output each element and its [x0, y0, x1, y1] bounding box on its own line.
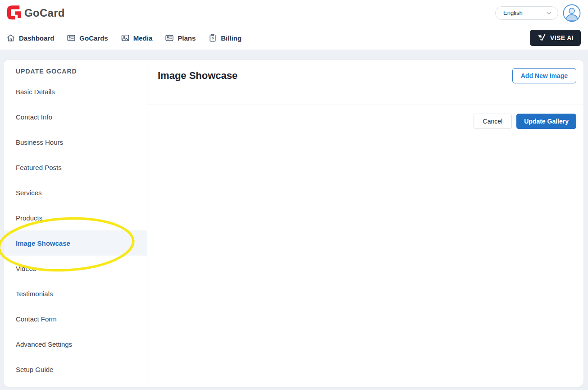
sidebar-item-contact-info[interactable]: Contact Info: [4, 104, 147, 129]
main-navbar: Dashboard GoCards Media Plans: [0, 26, 588, 50]
nav-label: Plans: [178, 34, 196, 42]
page-title: Image Showcase: [158, 70, 237, 82]
sidebar-item-setup-guide[interactable]: Setup Guide: [4, 357, 147, 382]
nav-item-media[interactable]: Media: [121, 33, 153, 42]
main-header: Image Showcase Add New Image: [147, 60, 583, 105]
chevron-down-icon: [545, 9, 552, 17]
nav-item-gocards[interactable]: GoCards: [67, 33, 108, 42]
image-icon: [121, 33, 130, 42]
svg-text:$: $: [212, 36, 214, 40]
update-gallery-button[interactable]: Update Gallery: [516, 114, 576, 129]
content-card: UPDATE GOCARD Basic Details Contact Info…: [4, 60, 583, 387]
sidebar-item-services[interactable]: Services: [4, 180, 147, 205]
nav-label: Dashboard: [19, 34, 54, 42]
nav-item-billing[interactable]: $ Billing: [208, 33, 242, 42]
update-gocard-sidebar: UPDATE GOCARD Basic Details Contact Info…: [4, 60, 147, 387]
top-header: GoCard English: [0, 0, 588, 26]
sidebar-heading: UPDATE GOCARD: [4, 66, 147, 76]
sidebar-item-image-showcase[interactable]: Image Showcase: [4, 230, 147, 256]
main-pane: Image Showcase Add New Image Cancel Upda…: [147, 60, 583, 387]
user-avatar-icon[interactable]: [563, 4, 581, 22]
gocard-logo-icon: [6, 4, 22, 22]
nav-label: Media: [133, 34, 153, 42]
id-card-icon: [67, 33, 76, 42]
nav-item-plans[interactable]: Plans: [165, 33, 196, 42]
vise-v-logo-icon: [537, 33, 546, 43]
add-new-image-button[interactable]: Add New Image: [512, 68, 576, 83]
home-icon: [6, 33, 15, 42]
sidebar-item-basic-details[interactable]: Basic Details: [4, 79, 147, 104]
gocard-logo[interactable]: GoCard: [6, 4, 65, 22]
language-value: English: [503, 9, 523, 16]
sidebar-item-contact-form[interactable]: Contact Form: [4, 306, 147, 331]
vise-ai-label: VISE AI: [550, 34, 574, 41]
nav-label: GoCards: [79, 34, 108, 42]
language-select[interactable]: English: [495, 6, 558, 20]
sidebar-item-featured-posts[interactable]: Featured Posts: [4, 155, 147, 180]
nav-label: Billing: [221, 34, 242, 42]
sidebar-item-advanced-settings[interactable]: Advanced Settings: [4, 331, 147, 357]
logo-text: GoCard: [24, 7, 65, 19]
id-card-icon: [165, 33, 174, 42]
sidebar-item-testimonials[interactable]: Testimonials: [4, 281, 147, 306]
nav-item-dashboard[interactable]: Dashboard: [6, 33, 54, 42]
billing-clipboard-icon: $: [208, 33, 217, 42]
sidebar-item-products[interactable]: Products: [4, 205, 147, 230]
gallery-actions: Cancel Update Gallery: [147, 105, 583, 129]
sidebar-item-business-hours[interactable]: Business Hours: [4, 129, 147, 155]
sidebar-list: Basic Details Contact Info Business Hour…: [4, 79, 147, 382]
vise-ai-button[interactable]: VISE AI: [530, 30, 581, 46]
cancel-button[interactable]: Cancel: [474, 114, 512, 129]
sidebar-item-videos[interactable]: Videos: [4, 256, 147, 281]
